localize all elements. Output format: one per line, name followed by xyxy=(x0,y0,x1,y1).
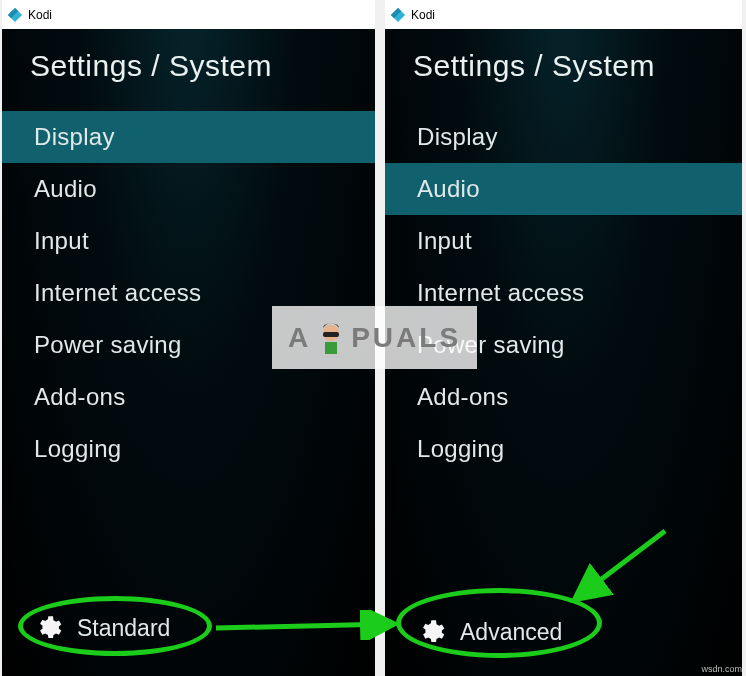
left-pane: Kodi Settings / System DisplayAudioInput… xyxy=(2,0,375,676)
sidebar-item-audio[interactable]: Audio xyxy=(385,163,742,215)
sidebar-item-input[interactable]: Input xyxy=(2,215,375,267)
window-title: Kodi xyxy=(411,8,435,22)
sidebar-item-internet-access[interactable]: Internet access xyxy=(2,267,375,319)
settings-level-label: Advanced xyxy=(460,619,562,646)
content-area-left: Settings / System DisplayAudioInputInter… xyxy=(2,29,375,676)
page-title: Settings / System xyxy=(2,29,375,111)
sidebar-item-logging[interactable]: Logging xyxy=(385,423,742,475)
settings-level-label: Standard xyxy=(77,615,170,642)
window-titlebar-left: Kodi xyxy=(2,0,375,29)
sidebar-item-internet-access[interactable]: Internet access xyxy=(385,267,742,319)
content-area-right: Settings / System DisplayAudioInputInter… xyxy=(385,29,742,676)
kodi-app-icon xyxy=(390,7,406,23)
window-titlebar-right: Kodi xyxy=(385,0,742,29)
settings-sidebar-menu-left: DisplayAudioInputInternet accessPower sa… xyxy=(2,111,375,475)
page-title: Settings / System xyxy=(385,29,742,111)
sidebar-item-add-ons[interactable]: Add-ons xyxy=(2,371,375,423)
gear-icon xyxy=(417,618,445,646)
sidebar-item-display[interactable]: Display xyxy=(385,111,742,163)
kodi-app-icon xyxy=(7,7,23,23)
settings-level-toggle-left[interactable]: Standard xyxy=(2,614,375,642)
right-pane: Kodi Settings / System DisplayAudioInput… xyxy=(385,0,742,676)
sidebar-item-display[interactable]: Display xyxy=(2,111,375,163)
sidebar-item-power-saving[interactable]: Power saving xyxy=(2,319,375,371)
sidebar-item-power-saving[interactable]: Power saving xyxy=(385,319,742,371)
sidebar-item-audio[interactable]: Audio xyxy=(2,163,375,215)
sidebar-item-input[interactable]: Input xyxy=(385,215,742,267)
gear-icon xyxy=(34,614,62,642)
settings-sidebar-menu-right: DisplayAudioInputInternet accessPower sa… xyxy=(385,111,742,475)
sidebar-item-add-ons[interactable]: Add-ons xyxy=(385,371,742,423)
settings-level-toggle-right[interactable]: Advanced xyxy=(385,618,742,646)
sidebar-item-logging[interactable]: Logging xyxy=(2,423,375,475)
window-title: Kodi xyxy=(28,8,52,22)
footer-credit: wsdn.com xyxy=(701,664,742,674)
